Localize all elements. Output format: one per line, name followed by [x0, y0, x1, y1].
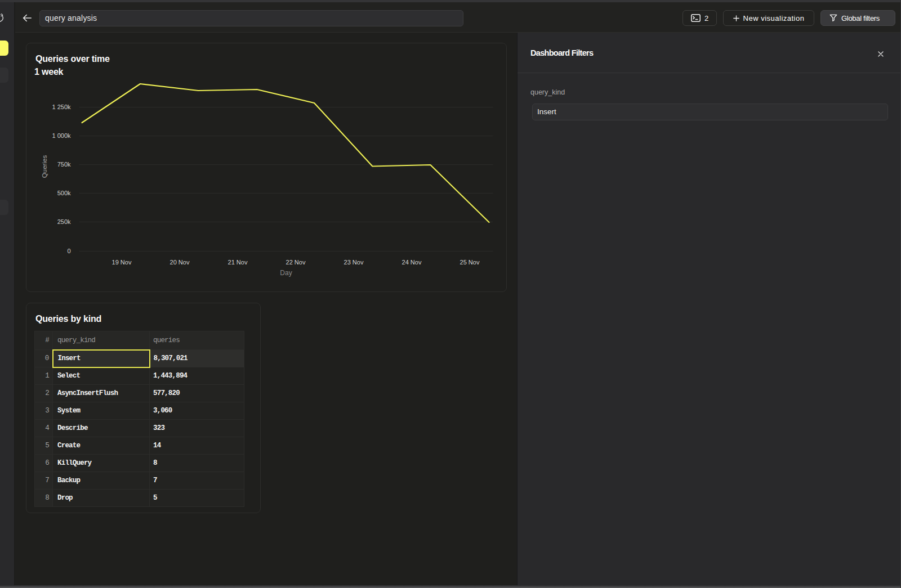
svg-text:19 Nov: 19 Nov: [112, 259, 132, 266]
svg-text:21 Nov: 21 Nov: [228, 259, 248, 266]
svg-text:23 Nov: 23 Nov: [344, 259, 364, 266]
svg-text:0: 0: [67, 248, 70, 254]
svg-text:25 Nov: 25 Nov: [460, 259, 480, 266]
svg-text:20 Nov: 20 Nov: [170, 259, 190, 266]
svg-text:500k: 500k: [57, 190, 71, 196]
svg-text:Queries: Queries: [41, 155, 48, 178]
svg-text:250k: 250k: [57, 218, 71, 225]
svg-text:Day: Day: [280, 269, 292, 277]
svg-text:24 Nov: 24 Nov: [402, 259, 422, 266]
svg-text:1 000k: 1 000k: [52, 132, 71, 139]
svg-text:750k: 750k: [57, 161, 71, 168]
svg-text:1 250k: 1 250k: [52, 104, 71, 110]
svg-text:22 Nov: 22 Nov: [286, 259, 306, 266]
